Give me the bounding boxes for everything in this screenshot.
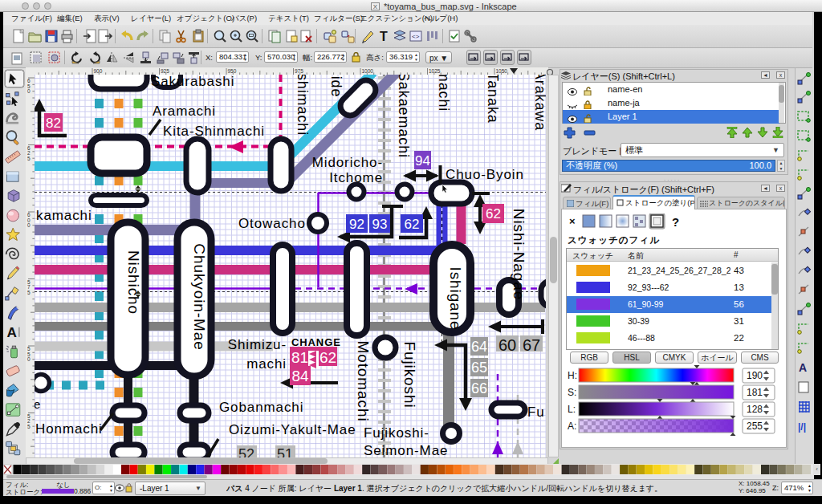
svg-text:190: 190 bbox=[747, 370, 763, 381]
svg-text:Honmachi: Honmachi bbox=[35, 421, 103, 437]
svg-text:Gobanmachi: Gobanmachi bbox=[219, 400, 303, 415]
svg-text:181: 181 bbox=[747, 387, 763, 398]
svg-text:e: e bbox=[35, 397, 41, 411]
svg-text:5: 5 bbox=[27, 290, 31, 295]
svg-text:Fu: Fu bbox=[527, 404, 545, 420]
svg-text:CHANGE: CHANGE bbox=[291, 336, 341, 348]
svg-text:Arakawa: Arakawa bbox=[532, 75, 546, 131]
svg-text:1050: 1050 bbox=[496, 68, 508, 74]
svg-text:Ishigane: Ishigane bbox=[447, 266, 464, 330]
svg-text:Sakaemachi: Sakaemachi bbox=[396, 75, 412, 158]
svg-text:64: 64 bbox=[471, 339, 487, 355]
svg-text:A: A bbox=[799, 361, 807, 374]
svg-text:T: T bbox=[380, 30, 388, 43]
svg-text:Chukyoin-Mae: Chukyoin-Mae bbox=[191, 243, 208, 350]
svg-text:Chuo-Byoin: Chuo-Byoin bbox=[446, 167, 524, 182]
svg-text:Nishi-Nagae: Nishi-Nagae bbox=[511, 209, 527, 300]
svg-text:A: A bbox=[6, 324, 16, 340]
svg-text:925: 925 bbox=[161, 68, 169, 74]
svg-text:Sakurabashi: Sakurabashi bbox=[151, 75, 234, 89]
svg-text:0: 0 bbox=[27, 356, 31, 362]
svg-text:5: 5 bbox=[27, 156, 31, 161]
svg-text:5: 5 bbox=[27, 424, 31, 429]
svg-text:62: 62 bbox=[486, 206, 501, 222]
svg-text:shimachi: shimachi bbox=[295, 75, 311, 136]
svg-text:67: 67 bbox=[523, 336, 540, 354]
svg-text:82: 82 bbox=[46, 116, 61, 131]
svg-text:1025: 1025 bbox=[429, 68, 441, 74]
svg-text:Aramachi: Aramachi bbox=[153, 104, 216, 119]
svg-text:Oizumi-Yakult-Mae: Oizumi-Yakult-Mae bbox=[229, 422, 356, 437]
svg-text:92: 92 bbox=[349, 217, 364, 232]
svg-text:S:: S: bbox=[568, 387, 576, 398]
svg-text:Midoricho-: Midoricho- bbox=[312, 155, 383, 170]
svg-text:51: 51 bbox=[277, 446, 293, 457]
svg-text:ide: ide bbox=[328, 76, 344, 98]
svg-text:Otowacho: Otowacho bbox=[238, 216, 306, 231]
svg-text:62: 62 bbox=[319, 349, 336, 366]
svg-text:62: 62 bbox=[405, 217, 420, 232]
svg-text:Itchome: Itchome bbox=[329, 170, 383, 185]
svg-text:52: 52 bbox=[238, 446, 254, 457]
svg-text:Nishicho: Nishicho bbox=[125, 250, 142, 315]
svg-text:0: 0 bbox=[27, 88, 31, 94]
svg-text:0: 0 bbox=[27, 222, 31, 228]
svg-text:950: 950 bbox=[228, 68, 237, 74]
svg-text:128: 128 bbox=[747, 404, 763, 415]
svg-text:L:: L: bbox=[568, 404, 576, 415]
svg-text:Motomachi: Motomachi bbox=[355, 340, 372, 421]
svg-text:|/|: |/| bbox=[798, 421, 806, 433]
svg-text:84: 84 bbox=[291, 368, 309, 384]
svg-text:94: 94 bbox=[415, 153, 430, 169]
svg-text:machi: machi bbox=[436, 75, 452, 112]
svg-text:A:: A: bbox=[568, 421, 576, 432]
svg-text:Shimizu-: Shimizu- bbox=[228, 337, 287, 352]
svg-text:60: 60 bbox=[498, 336, 516, 354]
svg-text:66: 66 bbox=[471, 380, 487, 396]
svg-text:Tanaka: Tanaka bbox=[485, 75, 501, 124]
svg-text:900: 900 bbox=[94, 68, 103, 74]
svg-text:Seimon-Mae: Seimon-Mae bbox=[364, 443, 448, 457]
svg-text:Fujikoshi: Fujikoshi bbox=[401, 341, 418, 408]
svg-text:65: 65 bbox=[471, 360, 487, 376]
svg-text:?: ? bbox=[672, 215, 679, 229]
svg-text:255: 255 bbox=[747, 421, 763, 432]
svg-text:93: 93 bbox=[372, 217, 388, 232]
svg-text:machi: machi bbox=[246, 356, 287, 372]
svg-text:H:: H: bbox=[568, 370, 577, 381]
svg-text:Kita-Shinmachi: Kita-Shinmachi bbox=[163, 124, 265, 139]
svg-text:<>: <> bbox=[412, 33, 420, 40]
svg-text:975: 975 bbox=[295, 68, 303, 74]
svg-text:1000: 1000 bbox=[362, 68, 374, 74]
svg-text:Fujikoshi-: Fujikoshi- bbox=[364, 425, 429, 441]
svg-text:kamachi: kamachi bbox=[36, 208, 92, 223]
svg-text:81: 81 bbox=[291, 349, 308, 366]
